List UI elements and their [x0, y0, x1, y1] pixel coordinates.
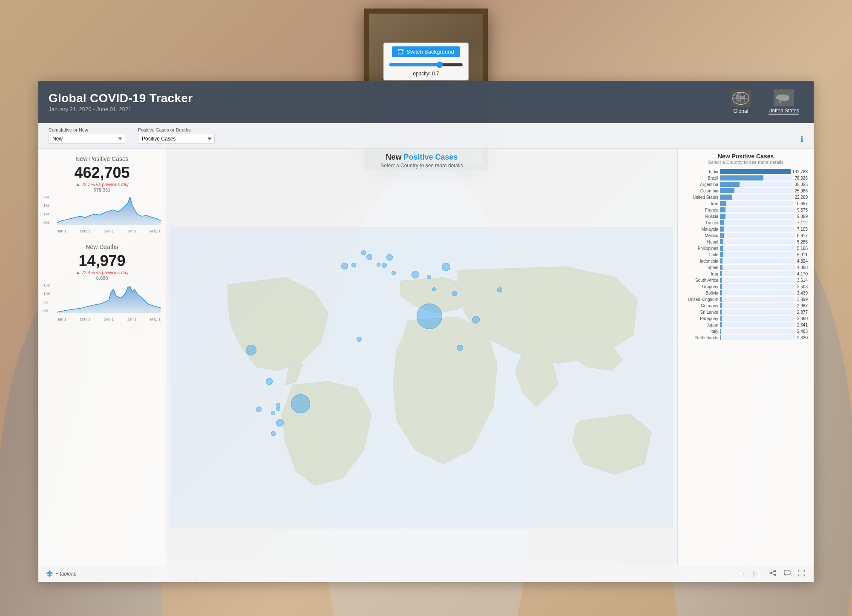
cases-title: New Positive Cases	[43, 155, 161, 162]
bar-row[interactable]: Mexico6,917	[684, 233, 808, 238]
nav-share-button[interactable]	[768, 569, 778, 579]
dashboard-subtitle: January 21, 2020 - June 01, 2021	[49, 106, 193, 112]
nav-fullscreen-button[interactable]	[797, 569, 807, 579]
bar-value: 3,614	[797, 278, 808, 283]
cumulative-control: Cumulative or New New Cumulative	[49, 127, 125, 144]
svg-rect-6	[740, 96, 745, 99]
map-panel: New Positive Cases Select a Country to s…	[166, 149, 677, 582]
map-subtitle: Select a Country to see more details	[170, 163, 673, 169]
bubble-indonesia[interactable]	[457, 345, 463, 351]
bar-track	[720, 239, 795, 244]
bubble-paraguay[interactable]	[276, 407, 280, 411]
bar-track	[720, 169, 791, 174]
bubble-south-africa[interactable]	[357, 337, 362, 342]
bubble-colombia[interactable]	[256, 407, 262, 412]
bar-fill	[720, 284, 722, 289]
bubble-usa[interactable]	[246, 345, 256, 355]
bar-country-name: Nepal	[684, 240, 720, 244]
dashboard-footer: + tableau ← → |←	[38, 565, 814, 582]
bar-fill	[720, 278, 722, 283]
refresh-icon	[398, 49, 404, 55]
bar-row[interactable]: Argentina35,355	[684, 182, 808, 187]
bar-row[interactable]: Spain4,388	[684, 265, 808, 270]
deaths-y-axis: 15K 10K 5K 0K	[43, 283, 56, 313]
bar-value: 2,877	[797, 310, 808, 315]
bar-track	[720, 195, 793, 200]
cases-select[interactable]: Positive Cases Deaths	[138, 134, 215, 144]
bubble-uk[interactable]	[341, 263, 348, 269]
bar-row[interactable]: Iran10,687	[684, 201, 808, 206]
bar-row[interactable]: Japan2,641	[684, 322, 808, 327]
dashboard-header: Global COVID-19 Tracker January 21, 2020…	[38, 81, 814, 123]
nav-global[interactable]: Global	[726, 88, 756, 116]
bubble-nepal[interactable]	[427, 275, 431, 279]
tableau-logo: + tableau	[45, 570, 77, 578]
bar-row[interactable]: Nepal5,285	[684, 239, 808, 244]
bar-fill	[720, 316, 722, 321]
switch-background-label: Switch Background	[406, 49, 454, 55]
svg-point-17	[774, 574, 776, 576]
nav-united-states[interactable]: United States	[764, 88, 803, 116]
bar-row[interactable]: South Africa3,614	[684, 278, 808, 283]
bar-row[interactable]: Iraq4,170	[684, 271, 808, 276]
bar-country-name: Chile	[684, 252, 720, 257]
share-icon	[769, 570, 776, 576]
bar-track	[720, 175, 793, 181]
svg-rect-14	[47, 572, 52, 573]
bubble-russia[interactable]	[442, 263, 450, 271]
bar-country-name: Bolivia	[684, 291, 720, 295]
opacity-slider[interactable]	[389, 61, 463, 68]
bar-row[interactable]: Netherlands2,320	[684, 335, 808, 340]
bubble-iraq[interactable]	[377, 263, 380, 266]
bar-row[interactable]: Germany2,987	[684, 303, 808, 308]
bar-fill	[720, 297, 722, 302]
bar-row[interactable]: France9,575	[684, 207, 808, 212]
bar-row[interactable]: Bolivia3,439	[684, 290, 808, 295]
bubble-mexico[interactable]	[266, 378, 273, 385]
switch-background-button[interactable]: Switch Background	[392, 46, 460, 57]
bar-row[interactable]: Uruguay3,503	[684, 284, 808, 289]
bar-row[interactable]: Russia9,369	[684, 214, 808, 219]
bar-track	[720, 297, 795, 302]
cumulative-select[interactable]: New Cumulative	[49, 134, 125, 144]
bar-value: 22,260	[794, 195, 808, 200]
bar-row[interactable]: Colombia25,966	[684, 188, 808, 193]
bar-row[interactable]: Sri Lanka2,877	[684, 309, 808, 315]
bar-row[interactable]: Italy2,483	[684, 329, 808, 334]
nav-back-button[interactable]: ←	[722, 569, 733, 579]
svg-rect-12	[48, 571, 49, 576]
bar-fill	[720, 169, 791, 174]
bar-row[interactable]: United States22,260	[684, 195, 808, 200]
bubble-sri-lanka[interactable]	[432, 287, 436, 291]
bar-row[interactable]: Chile5,011	[684, 252, 808, 257]
bar-row[interactable]: United Kingdom3,099	[684, 297, 808, 302]
svg-line-19	[771, 571, 774, 573]
nav-forward-button[interactable]: →	[737, 569, 747, 579]
right-subtitle: Select a Country to see more details	[684, 160, 808, 165]
fullscreen-icon	[798, 570, 805, 576]
bar-row[interactable]: India132,788	[684, 169, 808, 174]
bubble-spain[interactable]	[382, 263, 387, 268]
bubble-germany[interactable]	[351, 263, 356, 267]
cases-change-pct: ▲ 22.3% vs previous day	[43, 182, 161, 187]
bubble-bolivia[interactable]	[271, 411, 275, 415]
bubble-japan[interactable]	[497, 287, 502, 292]
bar-row[interactable]: Philippines5,166	[684, 246, 808, 251]
bubble-argentina[interactable]	[276, 419, 284, 427]
deaths-change-pct: ▲ 72.4% vs previous day	[43, 270, 161, 275]
bar-value: 35,355	[794, 182, 808, 187]
bar-track	[720, 322, 795, 327]
bar-row[interactable]: Malaysia7,105	[684, 226, 808, 232]
bar-value: 2,987	[797, 304, 808, 308]
nav-first-button[interactable]: |←	[751, 569, 763, 579]
bar-row[interactable]: Indonesia4,824	[684, 258, 808, 264]
bubble-uruguay[interactable]	[276, 403, 280, 407]
deaths-chart	[57, 283, 161, 313]
world-map[interactable]: © 2021 Mapbox © OpenStreetMap	[170, 172, 673, 582]
nav-comment-button[interactable]	[782, 569, 792, 579]
info-icon[interactable]: ℹ	[800, 135, 803, 144]
bar-row[interactable]: Turkey7,112	[684, 220, 808, 225]
bar-row[interactable]: Brazil78,926	[684, 175, 808, 181]
dashboard-title: Global COVID-19 Tracker	[49, 92, 193, 105]
bar-row[interactable]: Paraguay2,860	[684, 316, 808, 321]
